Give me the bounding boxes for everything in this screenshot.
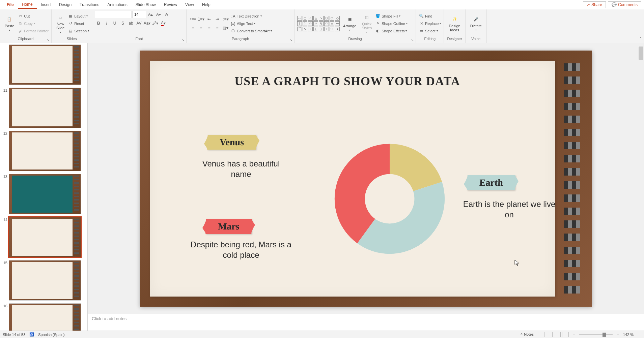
slide[interactable]: USE A GRAPH TO SHOW YOUR DATA Venus Venu… bbox=[140, 51, 592, 307]
increase-indent-button[interactable]: ⇥ bbox=[214, 16, 221, 23]
layout-button[interactable]: ▦Layout▾ bbox=[68, 12, 89, 20]
menu-tab-animations[interactable]: Animations bbox=[103, 1, 131, 8]
underline-button[interactable]: U bbox=[111, 20, 118, 27]
earth-label-tape[interactable]: Earth bbox=[467, 175, 515, 190]
section-button[interactable]: ▤Section▾ bbox=[68, 27, 89, 35]
convert-smartart-button[interactable]: ⬡Convert to SmartArt▾ bbox=[230, 27, 272, 35]
find-button[interactable]: 🔍Find bbox=[419, 12, 441, 20]
italic-button[interactable]: I bbox=[103, 20, 110, 27]
char-spacing-button[interactable]: AV bbox=[135, 20, 143, 27]
change-case-button[interactable]: Aa▾ bbox=[143, 20, 151, 27]
shape-outline-button[interactable]: ✎Shape Outline▾ bbox=[375, 20, 408, 27]
font-dialog-launcher[interactable]: ↘ bbox=[181, 38, 186, 42]
donut-chart[interactable] bbox=[332, 142, 447, 256]
replace-button[interactable]: ⤭Replace▾ bbox=[419, 20, 441, 27]
copy-button[interactable]: ⧉Copy▾ bbox=[18, 20, 49, 27]
dictate-button[interactable]: 🎤Dictate▾ bbox=[468, 14, 484, 32]
menu-tab-help[interactable]: Help bbox=[198, 1, 215, 8]
shapes-gallery[interactable]: ▭▢○△↘⬠⬡◇ {}☆↗↯⬭▱⋯ ⌒∿⬨{}☆⬠▾ bbox=[297, 16, 340, 31]
slide-thumbnail-10[interactable] bbox=[1, 44, 87, 85]
quick-styles-button[interactable]: ◫Quick Styles▾ bbox=[360, 12, 374, 34]
slide-thumbnail-13[interactable]: 13 bbox=[1, 174, 87, 214]
scrollbar-thumb[interactable] bbox=[639, 47, 643, 60]
columns-button[interactable]: ▥▾ bbox=[222, 24, 229, 32]
justify-button[interactable]: ≡ bbox=[214, 24, 221, 32]
zoom-slider[interactable] bbox=[579, 334, 613, 335]
language-indicator[interactable]: Spanish (Spain) bbox=[38, 333, 64, 337]
align-left-button[interactable]: ≡ bbox=[189, 24, 197, 32]
bold-button[interactable]: B bbox=[95, 20, 102, 27]
slide-thumbnail-16[interactable]: 16 bbox=[1, 303, 87, 331]
share-button[interactable]: ↗ Share bbox=[583, 1, 606, 8]
venus-description[interactable]: Venus has a beautiful name bbox=[196, 158, 287, 179]
venus-label-tape[interactable]: Venus bbox=[207, 135, 256, 150]
shape-effects-button[interactable]: ◐Shape Effects▾ bbox=[375, 27, 408, 35]
reset-button[interactable]: ↺Reset bbox=[68, 20, 89, 27]
mars-label-tape[interactable]: Mars bbox=[205, 219, 252, 234]
slide-thumbnail-12[interactable]: 12 bbox=[1, 131, 87, 171]
bullets-button[interactable]: •≡▾ bbox=[189, 16, 197, 23]
collapse-ribbon-button[interactable]: ˄ bbox=[637, 9, 644, 43]
text-direction-button[interactable]: ↕AText Direction▾ bbox=[230, 12, 272, 20]
slide-thumbnail-15[interactable]: 15 bbox=[1, 260, 87, 301]
slide-thumbnail-11[interactable]: 11 bbox=[1, 88, 87, 128]
sorter-view-button[interactable] bbox=[546, 332, 553, 337]
earth-description[interactable]: Earth is the planet we live on bbox=[460, 199, 558, 220]
workspace: 11 12 13 14 15 16 bbox=[0, 43, 644, 331]
comments-button[interactable]: 💬 Comments bbox=[608, 1, 641, 8]
zoom-slider-handle[interactable] bbox=[603, 333, 606, 337]
drawing-dialog-launcher[interactable]: ↘ bbox=[411, 38, 415, 42]
design-ideas-button[interactable]: ✨Design Ideas bbox=[447, 14, 462, 33]
zoom-in-button[interactable]: + bbox=[617, 333, 619, 337]
increase-font-button[interactable]: A▴ bbox=[147, 11, 154, 18]
normal-view-button[interactable] bbox=[538, 332, 544, 337]
menu-tab-view[interactable]: View bbox=[181, 1, 198, 8]
cut-button[interactable]: ✂Cut bbox=[18, 12, 49, 20]
align-right-button[interactable]: ≡ bbox=[205, 24, 213, 32]
menu-tab-review[interactable]: Review bbox=[160, 1, 181, 8]
decrease-font-button[interactable]: A▾ bbox=[155, 11, 162, 18]
menu-tab-transitions[interactable]: Transitions bbox=[76, 1, 103, 8]
strikethrough-button[interactable]: ab bbox=[127, 20, 135, 27]
format-painter-button[interactable]: 🖌Format Painter bbox=[18, 27, 49, 35]
clipboard-dialog-launcher[interactable]: ↘ bbox=[47, 38, 51, 42]
font-size-input[interactable] bbox=[133, 11, 146, 18]
menu-tab-home[interactable]: Home bbox=[18, 1, 37, 9]
fit-to-window-button[interactable]: ⛶ bbox=[638, 333, 641, 337]
decrease-indent-button[interactable]: ⇤ bbox=[205, 16, 213, 23]
mars-description[interactable]: Despite being red, Mars is a cold place bbox=[189, 239, 293, 260]
clear-formatting-button[interactable]: A̶ bbox=[163, 11, 170, 18]
notes-pane[interactable]: Click to add notes bbox=[88, 314, 644, 331]
shadow-button[interactable]: S bbox=[119, 20, 127, 27]
align-center-button[interactable]: ≡ bbox=[197, 24, 205, 32]
shape-fill-button[interactable]: 🪣Shape Fill▾ bbox=[375, 12, 408, 20]
new-slide-button[interactable]: ▭ New Slide ▾ bbox=[54, 12, 66, 34]
slide-thumbnail-14[interactable]: 14 bbox=[1, 217, 87, 257]
slide-canvas[interactable]: USE A GRAPH TO SHOW YOUR DATA Venus Venu… bbox=[88, 43, 644, 314]
slide-counter[interactable]: Slide 14 of 53 bbox=[3, 333, 25, 337]
menu-tab-slideshow[interactable]: Slide Show bbox=[132, 1, 160, 8]
font-color-button[interactable]: A▾ bbox=[160, 20, 167, 27]
align-text-button[interactable]: [≡]Align Text▾ bbox=[230, 20, 272, 27]
zoom-out-button[interactable]: − bbox=[573, 333, 575, 337]
slide-thumbnail-panel[interactable]: 11 12 13 14 15 16 bbox=[0, 43, 88, 331]
font-name-input[interactable] bbox=[95, 11, 132, 18]
vertical-scrollbar[interactable] bbox=[638, 43, 644, 314]
numbering-button[interactable]: 1≡▾ bbox=[197, 16, 205, 23]
notes-toggle[interactable]: ≐ Notes bbox=[520, 332, 534, 337]
zoom-level[interactable]: 142 % bbox=[623, 333, 634, 337]
paste-button[interactable]: 📋 Paste ▾ bbox=[3, 14, 16, 32]
accessibility-icon[interactable]: ♿ bbox=[29, 332, 34, 337]
paragraph-dialog-launcher[interactable]: ↘ bbox=[289, 38, 293, 42]
arrange-button[interactable]: ▦Arrange▾ bbox=[341, 14, 358, 32]
menu-tab-file[interactable]: File bbox=[3, 1, 18, 8]
slide-title[interactable]: USE A GRAPH TO SHOW YOUR DATA bbox=[140, 74, 555, 88]
menu-tab-design[interactable]: Design bbox=[55, 1, 76, 8]
reading-view-button[interactable] bbox=[554, 332, 561, 337]
slideshow-view-button[interactable] bbox=[562, 332, 569, 337]
select-button[interactable]: ▭Select▾ bbox=[419, 27, 441, 35]
highlight-button[interactable]: 🖍▾ bbox=[151, 20, 159, 27]
menu-tab-insert[interactable]: Insert bbox=[37, 1, 55, 8]
donut-segment-venus[interactable] bbox=[390, 144, 442, 191]
line-spacing-button[interactable]: ↕≡▾ bbox=[222, 16, 229, 23]
